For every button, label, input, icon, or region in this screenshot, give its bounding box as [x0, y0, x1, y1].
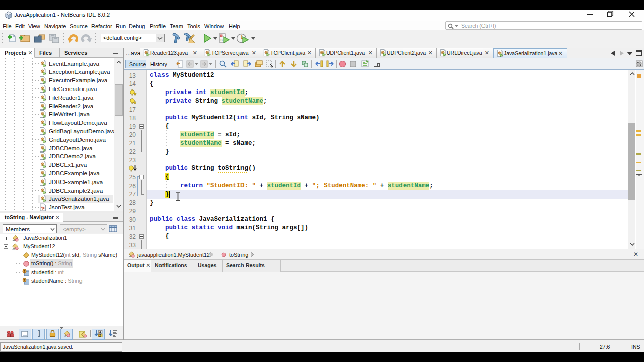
svg-text:3: 3	[220, 38, 223, 42]
svg-text:A: A	[99, 330, 102, 334]
svg-text:Z: Z	[99, 334, 101, 337]
